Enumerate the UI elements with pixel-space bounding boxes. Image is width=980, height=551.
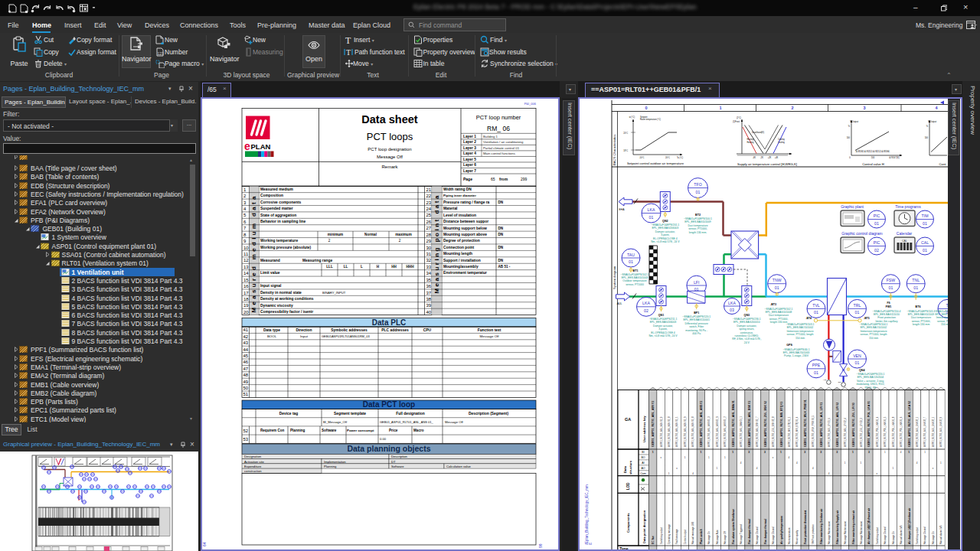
svg-text:Nm, <0,8 m&#178;, 24 V: Nm, <0,8 m&#178;, 24 V <box>648 334 678 337</box>
svg-text:length 130 mm: length 130 mm <box>913 323 930 326</box>
svg-text:-2K: -2K <box>760 156 763 159</box>
svg-text:ASP01_RLT01_ZUL_BSK 02_8: ASP01_RLT01_ZUL_BSK 02_8 <box>772 416 775 447</box>
svg-text:maximum: maximum <box>395 233 411 236</box>
svg-text:~SSA01=F1&EPS/103.1: ~SSA01=F1&EPS/103.1 <box>786 323 815 326</box>
svg-text:38: 38 <box>426 297 432 302</box>
svg-text:EIN: EIN <box>838 381 841 383</box>
svg-text:AUS: AUS <box>823 379 827 380</box>
svg-text:BO: BO <box>641 456 645 459</box>
svg-text:1: 1 <box>852 451 854 454</box>
svg-text:Supply air temperature control: Supply air temperature control [H,WRG,K] <box>737 162 797 166</box>
svg-text:22: 22 <box>426 194 432 198</box>
svg-text:VEN: VEN <box>853 354 861 358</box>
svg-text:EPL_EES.BAG101009: EPL_EES.BAG101009 <box>908 313 935 316</box>
svg-text:34: 34 <box>426 271 432 276</box>
svg-text:2: 2 <box>791 106 793 110</box>
svg-text:DN: DN <box>498 259 504 262</box>
svg-text:Manual message LVB: Manual message LVB <box>691 522 694 544</box>
svg-text:sensor, PT1000, length: sensor, PT1000, length <box>861 333 887 336</box>
svg-text:Mounting length: Mounting length <box>443 252 472 256</box>
svg-text:BT1: BT1 <box>633 269 639 272</box>
svg-text:EPL_EES.BAO501063: EPL_EES.BAO501063 <box>783 351 810 354</box>
svg-text:41: 41 <box>243 328 249 332</box>
svg-text:39: 39 <box>426 303 432 308</box>
svg-text:Mounting support above: Mounting support above <box>443 233 487 236</box>
svg-text:17: 17 <box>243 291 249 295</box>
svg-text:Planning: Planning <box>324 465 337 468</box>
svg-text:BT6: BT6 <box>916 305 921 308</box>
svg-text:ASP01_RLT01_MIS_BTQ 01_1: ASP01_RLT01_MIS_BTQ 01_1 <box>788 416 791 447</box>
svg-text:EC fan: EC fan <box>652 536 655 544</box>
svg-text:Data: Data <box>623 465 627 473</box>
svg-text:runentless CLOSED,: runentless CLOSED, <box>735 334 760 337</box>
svg-text:Partial climate control 01: Partial climate control 01 <box>483 146 520 150</box>
svg-text:Width rating DN: Width rating DN <box>443 187 472 191</box>
svg-text:AI: AI <box>642 461 644 465</box>
svg-text:Filter monitoring Supply air: Filter monitoring Supply air <box>836 510 839 544</box>
svg-text:ASP01_RLT01_ANL_BMA 01_1: ASP01_RLT01_ANL_BMA 01_1 <box>740 416 743 447</box>
svg-text:Full designation: Full designation <box>396 412 425 416</box>
svg-text:Graphic plant: Graphic plant <box>841 204 864 209</box>
svg-text:ASP01_RLT01_ABL_BSK 01_7: ASP01_RLT01_ABL_BSK 01_7 <box>756 416 759 447</box>
svg-text:~SSA01=F1&EPS/105.1: ~SSA01=F1&EPS/105.1 <box>907 310 936 313</box>
svg-text:LKA: LKA <box>642 301 650 305</box>
svg-text:Device tag: Device tag <box>279 412 298 416</box>
svg-text:QN2: QN2 <box>662 220 668 223</box>
svg-text:Data point designation: Data point designation <box>642 510 646 543</box>
svg-text:Y Output: Y Output <box>928 120 936 123</box>
svg-text:P&I_006: P&I_006 <box>524 102 537 106</box>
svg-text:3: 3 <box>748 451 750 454</box>
svg-text:1: 1 <box>700 451 701 454</box>
svg-text:01: 01 <box>814 370 818 375</box>
svg-text:65: 65 <box>491 177 495 181</box>
svg-text:Differential pressure: Differential pressure <box>685 322 708 325</box>
svg-text:sensor, PT1000, length: sensor, PT1000, length <box>787 333 814 336</box>
svg-text:Layer 1: Layer 1 <box>463 135 476 139</box>
svg-text:Immersion temperature: Immersion temperature <box>786 330 813 333</box>
svg-text:length 130 mm.: length 130 mm. <box>689 231 707 234</box>
svg-text:PIC: PIC <box>874 240 880 245</box>
svg-text:Plant switch: Plant switch <box>700 529 703 544</box>
svg-text:continuous,: continuous, <box>740 331 753 334</box>
svg-text:GEB01_ASP01_RLT01_ANL_ANS 01: GEB01_ASP01_RLT01_ANL_ANS 01 <box>700 401 703 447</box>
svg-text:Macro: Macro <box>413 429 424 432</box>
svg-text:Power consumpt: Power consumpt <box>347 429 374 432</box>
svg-text:Designation: Designation <box>244 455 262 458</box>
svg-text:switch, Filter: switch, Filter <box>689 325 704 328</box>
svg-text:ASP01_RLT01_ABL_ABV 01_9: ASP01_RLT01_ABL_ABV 01_9 <box>684 416 687 447</box>
svg-text:BI: BI <box>642 451 644 454</box>
svg-text:299: 299 <box>521 177 528 181</box>
svg-text:+4K: +4K <box>775 156 779 159</box>
svg-text:Mounting/assembly: Mounting/assembly <box>443 265 479 269</box>
svg-text:Composition: Composition <box>260 194 283 197</box>
svg-text:QN4: QN4 <box>859 369 864 372</box>
svg-text:43: 43 <box>243 341 249 345</box>
svg-text:150 mm: 150 mm <box>941 323 948 326</box>
svg-text:QN3: QN3 <box>744 314 750 317</box>
svg-text:sensor, PT1000: sensor, PT1000 <box>626 283 644 286</box>
svg-text:~SSA01=F1&EPS/102.1: ~SSA01=F1&EPS/102.1 <box>765 308 793 311</box>
svg-text:EPL_EES.BAG10: EPL_EES.BAG10 <box>936 313 948 316</box>
svg-text:LKA: LKA <box>728 301 736 305</box>
svg-text:ASP01_RLT01_ANL_ANS 01_2: ASP01_RLT01_ANL_ANS 01_2 <box>724 416 727 447</box>
svg-text:400 Pa: 400 Pa <box>692 332 701 335</box>
svg-text:~SSA01=F1&EPS/100.1: ~SSA01=F1&EPS/100.1 <box>684 217 712 220</box>
svg-text:01: 01 <box>649 215 654 220</box>
svg-text:15: 15 <box>243 278 249 282</box>
svg-text:~SSA01=F1&EPS/1: ~SSA01=F1&EPS/1 <box>934 310 948 313</box>
svg-text:User address key: User address key <box>642 416 646 442</box>
svg-text:-BT3: -BT3 <box>770 303 776 306</box>
svg-text:EPL_EES.BAG200010: EPL_EES.BAG200010 <box>733 321 760 324</box>
svg-text:48: 48 <box>243 373 249 377</box>
svg-text:&#916;T(K): &#916;T(K) <box>889 156 899 159</box>
svg-text:GEB01_ASP01_RLT01_ABL_LFI 02: GEB01_ASP01_RLT01_ABL_LFI 02 <box>836 403 839 447</box>
svg-text:Building 1: Building 1 <box>483 135 498 139</box>
svg-text:Measured medium: Measured medium <box>260 187 294 191</box>
svg-text:Message On: Message On <box>892 531 895 544</box>
svg-text:01: 01 <box>913 285 918 290</box>
svg-text:DN: DN <box>498 246 504 249</box>
svg-text:sensor, PT1000,: sensor, PT1000, <box>769 318 789 321</box>
svg-text:RF, 4 Nm, <0,8 m&#178;,: RF, 4 Nm, <0,8 m&#178;, <box>732 337 761 341</box>
svg-text:Message Off: Message Off <box>480 334 500 338</box>
svg-text:32: 32 <box>426 258 432 262</box>
